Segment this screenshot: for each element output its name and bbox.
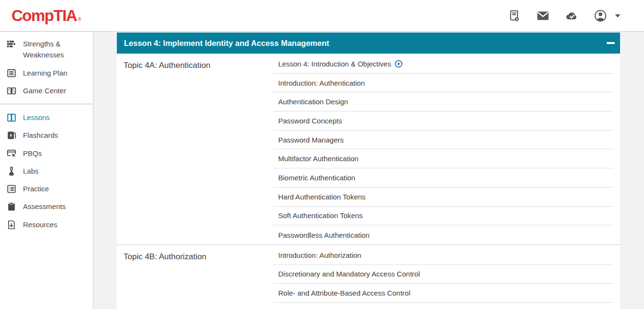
lesson-item[interactable]: Multifactor Authentication xyxy=(273,149,613,168)
sidebar-item-learning-plan[interactable]: Learning Plan xyxy=(0,64,93,82)
lesson-item-label: Soft Authentication Tokens xyxy=(278,211,363,220)
sidebar-item-label: Practice xyxy=(23,183,49,194)
sidebar-item-assessments[interactable]: Assessments xyxy=(0,198,93,215)
registered-mark: ® xyxy=(78,16,81,23)
lesson-item-label: Passwordless Authentication xyxy=(278,231,370,239)
resources-icon xyxy=(6,220,17,230)
sidebar-item-lessons[interactable]: Lessons xyxy=(0,109,93,126)
topic-title: Topic 4A: Authentication xyxy=(124,61,273,70)
lesson-content: Lesson 4: Implement Identity and Access … xyxy=(117,32,620,309)
sidebar-item-labs[interactable]: Labs xyxy=(0,162,93,180)
topic-section-4a: Topic 4A: Authentication Lesson 4: Intro… xyxy=(117,54,620,244)
lesson-item[interactable]: Hard Authentication Tokens xyxy=(273,188,613,207)
sidebar-divider xyxy=(0,104,93,104)
topic-title: Topic 4B: Authorization xyxy=(124,252,273,262)
logo-text: CompTIA xyxy=(11,8,77,23)
flashcards-icon xyxy=(6,130,17,141)
lesson-item[interactable]: Discretionary and Mandatory Access Contr… xyxy=(273,265,613,284)
mail-icon[interactable] xyxy=(536,9,550,23)
lesson-item-label: Role- and Attribute-Based Access Control xyxy=(278,289,410,297)
lesson-item[interactable]: Introduction: Authorization xyxy=(273,246,613,265)
sidebar-item-label: Strengths & Weaknesses xyxy=(23,38,76,61)
learning-plan-icon xyxy=(6,68,17,78)
sidebar-item-label: Labs xyxy=(23,166,39,177)
topbar-icon-group xyxy=(507,9,625,23)
lesson-item[interactable]: Lesson 4: Introduction & Objectives xyxy=(273,55,613,74)
account-menu[interactable] xyxy=(593,9,625,23)
lesson-item[interactable]: Password Concepts xyxy=(273,111,613,131)
play-icon[interactable] xyxy=(395,60,403,68)
sidebar-item-label: Flashcards xyxy=(23,130,58,141)
minus-icon xyxy=(607,42,615,44)
sidebar-item-game-center[interactable]: Game Center xyxy=(0,82,93,99)
sidebar-item-label: PBQs xyxy=(23,148,42,159)
topic-section-4b: Topic 4B: Authorization Introduction: Au… xyxy=(117,244,620,309)
lesson-item-label: Discretionary and Mandatory Access Contr… xyxy=(278,270,420,278)
lesson-item[interactable]: File-system Permissions xyxy=(273,303,613,309)
assessments-icon xyxy=(6,201,17,212)
lesson-item[interactable]: Biometric Authentication xyxy=(273,168,613,188)
sidebar-item-label: Assessments xyxy=(23,201,66,212)
lesson-item[interactable]: Introduction: Authentication xyxy=(273,74,613,93)
lesson-item[interactable]: Role- and Attribute-Based Access Control xyxy=(273,284,613,303)
lesson-accordion-header[interactable]: Lesson 4: Implement Identity and Access … xyxy=(117,33,620,54)
lesson-item-label: Hard Authentication Tokens xyxy=(278,193,365,201)
lesson-title: Lesson 4: Implement Identity and Access … xyxy=(117,39,329,48)
sidebar-item-pbqs[interactable]: PBQs xyxy=(0,144,93,162)
lessons-icon xyxy=(6,112,17,123)
practice-icon xyxy=(6,184,17,194)
labs-icon xyxy=(6,166,17,177)
lesson-item[interactable]: Passwordless Authentication xyxy=(273,225,613,244)
sidebar-nav: Strengths & Weaknesses Learning Plan Gam… xyxy=(0,32,93,309)
sidebar-item-label: Lessons xyxy=(23,112,50,123)
lesson-item[interactable]: Password Managers xyxy=(273,131,613,150)
sidebar-item-practice[interactable]: Practice xyxy=(0,180,93,198)
cloud-sync-icon[interactable] xyxy=(565,9,579,23)
caret-down-icon[interactable] xyxy=(610,9,625,23)
lesson-item-label: Lesson 4: Introduction & Objectives xyxy=(278,60,391,68)
lesson-item[interactable]: Soft Authentication Tokens xyxy=(273,207,613,226)
sidebar-item-resources[interactable]: Resources xyxy=(0,216,93,233)
lesson-item-label: Introduction: Authorization xyxy=(278,251,361,259)
comptia-logo[interactable]: CompTIA ® xyxy=(11,8,81,23)
sidebar-item-flashcards[interactable]: Flashcards xyxy=(0,126,93,144)
top-header: CompTIA ® xyxy=(0,0,644,32)
lesson-item-label: Biometric Authentication xyxy=(278,174,355,182)
lesson-item-label: Multifactor Authentication xyxy=(278,154,359,163)
lesson-item-label: Password Managers xyxy=(278,136,344,144)
account-icon[interactable] xyxy=(593,9,608,23)
sidebar-item-label: Learning Plan xyxy=(23,67,68,78)
sidebar-item-strengths-weaknesses[interactable]: Strengths & Weaknesses xyxy=(0,35,93,64)
lesson-item-label: Introduction: Authentication xyxy=(278,79,365,87)
strengths-icon xyxy=(6,39,17,49)
sidebar-item-label: Resources xyxy=(23,219,57,230)
lesson-item-label: Password Concepts xyxy=(278,117,342,125)
collapse-button[interactable] xyxy=(601,33,620,54)
notes-icon[interactable] xyxy=(507,9,521,23)
lesson-item[interactable]: Authentication Design xyxy=(273,92,613,111)
lesson-item-label: Authentication Design xyxy=(278,98,348,106)
lesson-panel: Topic 4A: Authentication Lesson 4: Intro… xyxy=(117,54,620,309)
pbqs-icon xyxy=(6,148,17,159)
game-center-icon xyxy=(6,86,17,96)
sidebar-item-label: Game Center xyxy=(23,85,66,96)
